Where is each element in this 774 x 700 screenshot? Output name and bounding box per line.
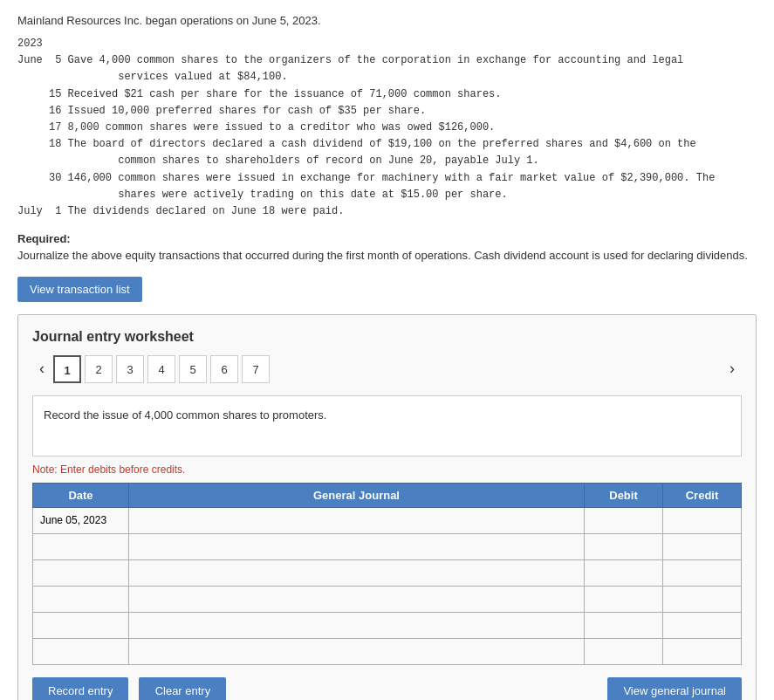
day-30: 30 bbox=[17, 170, 68, 203]
journal-cell[interactable] bbox=[129, 559, 585, 586]
credit-cell[interactable] bbox=[663, 507, 742, 533]
journal-input[interactable] bbox=[133, 643, 580, 659]
date-cell[interactable] bbox=[33, 507, 129, 533]
entry-june16: Issued 10,000 preferred shares for cash … bbox=[68, 103, 426, 120]
date-input[interactable] bbox=[37, 539, 125, 554]
debit-cell[interactable] bbox=[585, 638, 663, 664]
debit-cell[interactable] bbox=[585, 612, 663, 638]
debit-input[interactable] bbox=[588, 539, 659, 554]
date-input[interactable] bbox=[37, 512, 125, 528]
tab-7[interactable]: 7 bbox=[242, 355, 270, 383]
bottom-buttons: Record entry Clear entry View general jo… bbox=[32, 677, 742, 700]
debit-input[interactable] bbox=[588, 591, 659, 607]
journal-input[interactable] bbox=[133, 591, 580, 607]
table-row bbox=[33, 612, 742, 638]
date-cell[interactable] bbox=[33, 586, 129, 612]
credit-input[interactable] bbox=[667, 512, 737, 528]
date-cell[interactable] bbox=[33, 612, 129, 638]
tab-1[interactable]: 1 bbox=[53, 355, 81, 383]
required-section: Required: Journalize the above equity tr… bbox=[17, 232, 757, 264]
required-title: Required: bbox=[17, 232, 757, 245]
next-arrow[interactable]: › bbox=[723, 356, 742, 381]
date-cell[interactable] bbox=[33, 559, 129, 586]
debit-input[interactable] bbox=[588, 617, 659, 633]
view-transaction-list-button[interactable]: View transaction list bbox=[17, 277, 142, 302]
credit-input[interactable] bbox=[667, 565, 737, 580]
journal-cell[interactable] bbox=[129, 612, 585, 638]
month-june: June 5 bbox=[17, 52, 68, 86]
debit-cell[interactable] bbox=[585, 507, 663, 533]
day-16: 16 bbox=[17, 103, 68, 120]
debit-input[interactable] bbox=[588, 512, 659, 528]
nav-row: ‹ 1 2 3 4 5 6 7 › bbox=[32, 355, 742, 383]
entry-june30: 146,000 common shares were issued in exc… bbox=[68, 170, 716, 203]
worksheet-container: Journal entry worksheet ‹ 1 2 3 4 5 6 7 … bbox=[17, 314, 757, 700]
credit-cell[interactable] bbox=[663, 533, 742, 559]
journal-cell[interactable] bbox=[129, 586, 585, 612]
credit-input[interactable] bbox=[667, 539, 737, 554]
journal-input[interactable] bbox=[133, 617, 580, 633]
day-18: 18 bbox=[17, 136, 68, 169]
date-input[interactable] bbox=[37, 643, 125, 659]
record-entry-button[interactable]: Record entry bbox=[32, 677, 128, 700]
credit-input[interactable] bbox=[667, 643, 737, 659]
note-text: Note: Enter debits before credits. bbox=[32, 463, 742, 476]
debit-cell[interactable] bbox=[585, 533, 663, 559]
journal-cell[interactable] bbox=[129, 638, 585, 664]
table-row bbox=[33, 507, 742, 533]
journal-input[interactable] bbox=[133, 539, 580, 554]
col-credit: Credit bbox=[663, 483, 742, 507]
credit-cell[interactable] bbox=[663, 559, 742, 586]
credit-cell[interactable] bbox=[663, 638, 742, 664]
credit-cell[interactable] bbox=[663, 586, 742, 612]
tab-6[interactable]: 6 bbox=[210, 355, 238, 383]
transactions-block: 2023 June 5 Gave 4,000 common shares to … bbox=[17, 36, 757, 220]
credit-input[interactable] bbox=[667, 591, 737, 607]
entry-june5: Gave 4,000 common shares to the organize… bbox=[68, 52, 684, 86]
credit-cell[interactable] bbox=[663, 612, 742, 638]
journal-cell[interactable] bbox=[129, 507, 585, 533]
required-body: Journalize the above equity transactions… bbox=[17, 247, 757, 264]
col-general-journal: General Journal bbox=[129, 483, 585, 507]
day-15: 15 bbox=[17, 86, 68, 103]
prev-arrow[interactable]: ‹ bbox=[32, 356, 51, 381]
entry-june17: 8,000 common shares were issued to a cre… bbox=[68, 120, 496, 136]
col-date: Date bbox=[33, 483, 129, 507]
year-label: 2023 bbox=[17, 36, 757, 52]
tab-4[interactable]: 4 bbox=[147, 355, 175, 383]
col-debit: Debit bbox=[585, 483, 663, 507]
journal-table: Date General Journal Debit Credit bbox=[32, 483, 742, 665]
tab-2[interactable]: 2 bbox=[85, 355, 113, 383]
entry-june18: The board of directors declared a cash d… bbox=[68, 136, 696, 169]
entry-july1: The dividends declared on June 18 were p… bbox=[68, 203, 345, 220]
view-general-journal-button[interactable]: View general journal bbox=[607, 677, 742, 700]
worksheet-title: Journal entry worksheet bbox=[32, 329, 742, 345]
date-input[interactable] bbox=[37, 617, 125, 633]
debit-cell[interactable] bbox=[585, 559, 663, 586]
table-row bbox=[33, 638, 742, 664]
table-row bbox=[33, 533, 742, 559]
tab-5[interactable]: 5 bbox=[179, 355, 207, 383]
clear-entry-button[interactable]: Clear entry bbox=[139, 677, 226, 700]
entry-june15: Received $21 cash per share for the issu… bbox=[68, 86, 502, 103]
credit-input[interactable] bbox=[667, 617, 737, 633]
debit-input[interactable] bbox=[588, 565, 659, 580]
journal-input[interactable] bbox=[133, 512, 580, 528]
table-row bbox=[33, 559, 742, 586]
debit-cell[interactable] bbox=[585, 586, 663, 612]
date-input[interactable] bbox=[37, 565, 125, 580]
day-17: 17 bbox=[17, 120, 68, 136]
journal-cell[interactable] bbox=[129, 533, 585, 559]
debit-input[interactable] bbox=[588, 643, 659, 659]
date-cell[interactable] bbox=[33, 533, 129, 559]
intro-text: Mainland Resources Inc. began operations… bbox=[17, 14, 757, 27]
instruction-box: Record the issue of 4,000 common shares … bbox=[32, 395, 742, 456]
date-input[interactable] bbox=[37, 591, 125, 607]
table-row bbox=[33, 586, 742, 612]
month-july: July 1 bbox=[17, 203, 68, 220]
journal-input[interactable] bbox=[133, 565, 580, 580]
tab-3[interactable]: 3 bbox=[116, 355, 144, 383]
date-cell[interactable] bbox=[33, 638, 129, 664]
